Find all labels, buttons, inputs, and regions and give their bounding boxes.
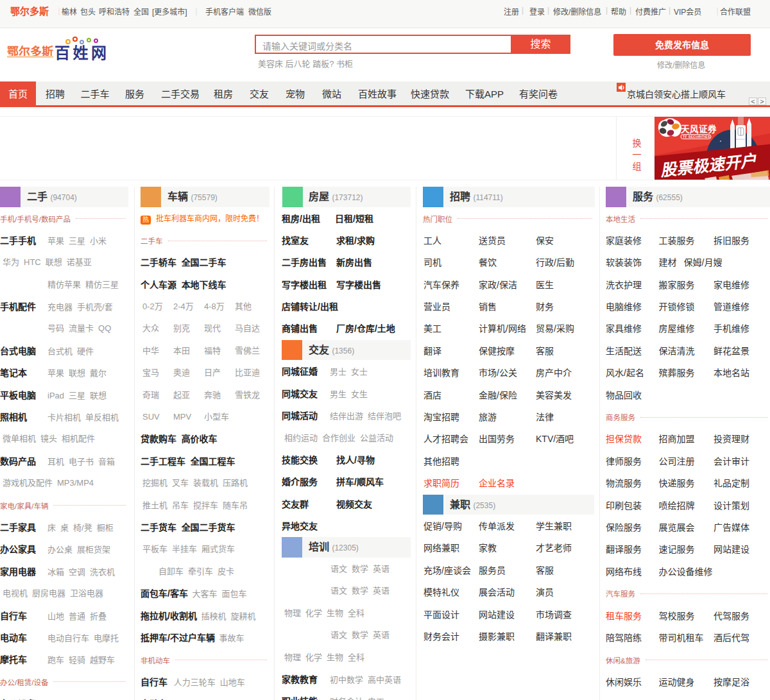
svg-text:TF SECURITIES: TF SECURITIES	[683, 135, 710, 139]
svg-text:天风证券: 天风证券	[681, 124, 717, 134]
